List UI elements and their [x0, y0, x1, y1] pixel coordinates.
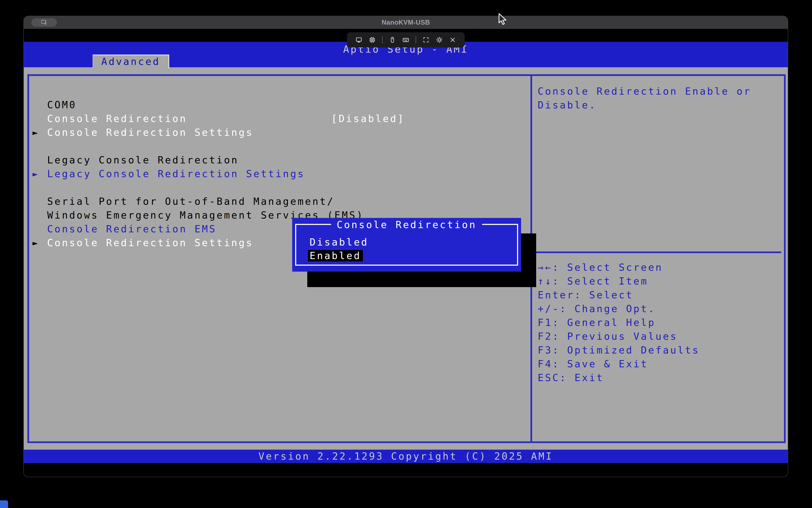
- mouse-icon[interactable]: [389, 36, 396, 43]
- menu-item[interactable]: ►Legacy Console Redirection Settings: [24, 167, 529, 181]
- panel-divider: [531, 74, 532, 443]
- menu-spacer: [24, 139, 529, 153]
- help-legend-divider: [532, 251, 781, 253]
- menu-spacer: [24, 181, 529, 195]
- legend-row: F1: General Help: [538, 316, 700, 330]
- menu-item-value[interactable]: [Disabled]: [331, 112, 405, 126]
- mouse-cursor: [498, 13, 507, 26]
- toolbar-divider: [382, 36, 383, 44]
- legend-row: ↑↓: Select Item: [538, 274, 700, 288]
- menu-item-label: Console Redirection Settings: [47, 236, 253, 250]
- menu-item-label: Console Redirection EMS: [47, 222, 217, 236]
- version-bar: Version 2.22.1293 Copyright (C) 2025 AMI: [24, 450, 788, 463]
- key-legend: →←: Select Screen↑↓: Select ItemEnter: S…: [538, 261, 700, 385]
- legend-row: F2: Previous Values: [538, 330, 700, 343]
- menu-item-label: Console Redirection Settings: [47, 126, 253, 139]
- legend-row: +/-: Change Opt.: [538, 302, 700, 316]
- window-title: NanoKVM-USB: [24, 16, 788, 29]
- fullscreen-icon[interactable]: [422, 36, 430, 43]
- menu-item-label: Console Redirection: [47, 112, 187, 126]
- popup-option-disabled[interactable]: Disabled: [310, 235, 369, 249]
- display-icon[interactable]: [355, 36, 362, 43]
- popup-option-label: Enabled: [308, 250, 363, 261]
- menu-item[interactable]: COM0: [24, 98, 529, 112]
- legend-row: Enter: Select: [538, 288, 700, 302]
- toolbar-divider: [416, 36, 416, 44]
- popup-option-enabled[interactable]: Enabled: [310, 249, 363, 263]
- menu-item-label: Legacy Console Redirection: [47, 153, 239, 167]
- menu-item-label: Legacy Console Redirection Settings: [47, 167, 305, 181]
- menu-item[interactable]: Legacy Console Redirection: [24, 153, 529, 167]
- settings-icon[interactable]: [436, 36, 443, 43]
- desktop: NanoKVM-USB: [0, 0, 812, 508]
- dock-peek: [0, 500, 8, 508]
- legend-row: F4: Save & Exit: [538, 357, 700, 371]
- legend-row: →←: Select Screen: [538, 261, 700, 274]
- popup-option-label: Disabled: [310, 237, 369, 248]
- window-titlebar[interactable]: NanoKVM-USB: [24, 16, 788, 29]
- menu-item[interactable]: Serial Port for Out-of-Band Management/: [24, 195, 529, 208]
- submenu-arrow-icon: ►: [33, 126, 38, 139]
- menu-item[interactable]: Console Redirection[Disabled]: [24, 112, 529, 126]
- legend-row: F3: Optimized Defaults: [538, 343, 700, 357]
- menu-item-label: Serial Port for Out-of-Band Management/: [47, 195, 335, 208]
- menu-item-label: COM0: [47, 98, 77, 112]
- bios-screen: Aptio Setup - AMI Advanced COM0Console R…: [24, 29, 788, 477]
- tab-advanced[interactable]: Advanced: [92, 54, 169, 68]
- submenu-arrow-icon: ►: [33, 167, 38, 181]
- keyboard-icon[interactable]: [402, 36, 410, 43]
- legend-row: ESC: Exit: [538, 371, 700, 385]
- close-icon[interactable]: [449, 36, 456, 43]
- popup-title: Console Redirection: [331, 219, 482, 231]
- help-text: Console Redirection Enable or Disable.: [538, 84, 751, 112]
- submenu-arrow-icon: ►: [33, 236, 38, 250]
- console-redirection-popup: Console Redirection DisabledEnabled: [292, 218, 521, 271]
- nanokvm-window: NanoKVM-USB: [23, 16, 788, 477]
- cpu-icon[interactable]: [369, 36, 376, 43]
- kvm-toolbar: [347, 32, 465, 47]
- menu-item[interactable]: ►Console Redirection Settings: [24, 126, 529, 139]
